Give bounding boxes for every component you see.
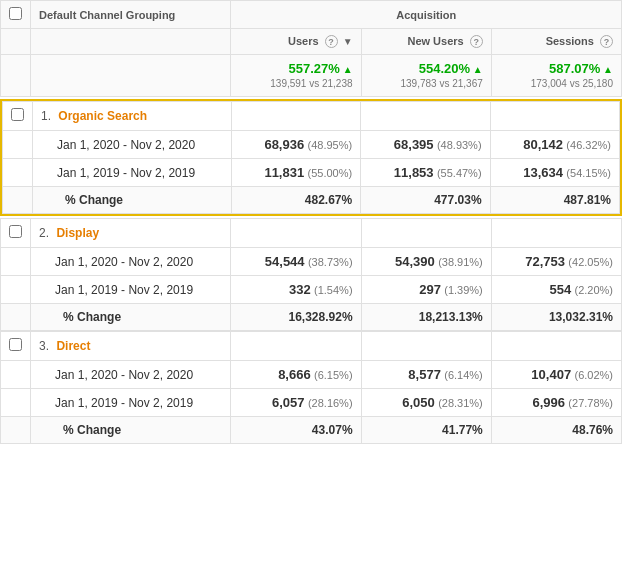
direct-date2-label: Jan 1, 2019 - Nov 2, 2019 [31,389,231,417]
direct-checkbox[interactable] [1,332,31,361]
sessions-header[interactable]: Sessions ? [491,29,621,55]
direct-group: 3. Direct Jan 1, 2020 - Nov 2, 2020 8,66… [0,331,622,444]
summary-new-users-pct: 554.20% [419,61,483,76]
organic-date1-checkbox [3,131,33,159]
select-all-checkbox[interactable] [1,1,31,29]
organic-link[interactable]: Organic Search [58,109,147,123]
display-pct-checkbox [1,304,31,331]
direct-users2-pct: (28.16%) [308,397,353,409]
display-date2-text: Jan 1, 2019 - Nov 2, 2019 [55,283,193,297]
display-checkbox[interactable] [1,219,31,248]
direct-pct-change-row: % Change 43.07% 41.77% 48.76% [1,417,622,444]
direct-new-users2-pct: (28.31%) [438,397,483,409]
direct-pct-sessions: 48.76% [491,417,621,444]
direct-date1-row: Jan 1, 2020 - Nov 2, 2020 8,666 (6.15%) … [1,361,622,389]
direct-new-users1-val: 8,577 [408,367,441,382]
direct-pct-change-label: % Change [39,423,121,437]
organic-sessions1-pct: (46.32%) [566,139,611,151]
organic-new-users1-val: 68,395 [394,137,434,152]
display-sessions2-val: 554 [549,282,571,297]
display-new-users-change: 18,213.13% [419,310,483,324]
direct-sessions2-pct: (27.78%) [568,397,613,409]
summary-channel-cell [31,55,231,97]
direct-users1-pct: (6.15%) [314,369,353,381]
channel-header-label: Default Channel Grouping [39,9,175,21]
organic-search-header-row: 1. Organic Search [3,102,620,131]
direct-pct-checkbox [1,417,31,444]
organic-search-group: 1. Organic Search Jan 1, 2020 - Nov 2, 2… [0,99,622,216]
organic-date1-row: Jan 1, 2020 - Nov 2, 2020 68,936 (48.95%… [3,131,620,159]
organic-users-change: 482.67% [305,193,352,207]
display-date1-checkbox [1,248,31,276]
organic-pct-change-label: % Change [41,193,123,207]
summary-sessions-sub: 173,004 vs 25,180 [531,78,613,89]
users-header[interactable]: Users ? ▼ [231,29,361,55]
new-users-help-icon[interactable]: ? [470,35,483,48]
display-new-users1-pct: (38.91%) [438,256,483,268]
organic-header-users [231,102,360,131]
direct-date2-row: Jan 1, 2019 - Nov 2, 2019 6,057 (28.16%)… [1,389,622,417]
organic-date2-sessions: 13,634 (54.15%) [490,159,619,187]
summary-new-users-sub: 139,783 vs 21,367 [400,78,482,89]
display-date2-new-users: 297 (1.39%) [361,276,491,304]
direct-date2-checkbox [1,389,31,417]
direct-date2-sessions: 6,996 (27.78%) [491,389,621,417]
organic-sessions2-pct: (54.15%) [566,167,611,179]
organic-pct-sessions: 487.81% [490,187,619,214]
channel-subheader [31,29,231,55]
display-date1-text: Jan 1, 2020 - Nov 2, 2020 [55,255,193,269]
display-channel-name: 2. Display [31,219,231,248]
sessions-help-icon[interactable]: ? [600,35,613,48]
organic-checkbox[interactable] [3,102,33,131]
display-users-change: 16,328.92% [289,310,353,324]
acquisition-header: Acquisition [231,1,622,29]
direct-new-users2-val: 6,050 [402,395,435,410]
display-new-users2-pct: (1.39%) [444,284,483,296]
direct-header-new-users [361,332,491,361]
organic-date1-new-users: 68,395 (48.93%) [361,131,490,159]
direct-sessions-change: 48.76% [572,423,613,437]
direct-date2-users: 6,057 (28.16%) [231,389,361,417]
display-users2-pct: (1.54%) [314,284,353,296]
organic-users1-val: 68,936 [264,137,304,152]
direct-date1-text: Jan 1, 2020 - Nov 2, 2020 [55,368,193,382]
display-new-users1-val: 54,390 [395,254,435,269]
direct-header-sessions [491,332,621,361]
organic-date2-text: Jan 1, 2019 - Nov 2, 2019 [57,166,195,180]
organic-new-users2-val: 11,853 [394,165,434,180]
display-link[interactable]: Display [56,226,99,240]
direct-sessions1-val: 10,407 [531,367,571,382]
direct-pct-users: 43.07% [231,417,361,444]
display-sessions-change: 13,032.31% [549,310,613,324]
summary-new-users: 554.20% 139,783 vs 21,367 [361,55,491,97]
organic-date2-users: 11,831 (55.00%) [231,159,360,187]
new-users-header[interactable]: New Users ? [361,29,491,55]
direct-users1-val: 8,666 [278,367,311,382]
direct-date2-text: Jan 1, 2019 - Nov 2, 2019 [55,396,193,410]
summary-checkbox-cell [1,55,31,97]
organic-pct-new-users: 477.03% [361,187,490,214]
direct-sessions2-val: 6,996 [532,395,565,410]
organic-users2-pct: (55.00%) [308,167,353,179]
direct-link[interactable]: Direct [56,339,90,353]
direct-users-change: 43.07% [312,423,353,437]
display-pct-change-label: % Change [39,310,121,324]
users-help-icon[interactable]: ? [325,35,338,48]
direct-users2-val: 6,057 [272,395,305,410]
direct-date1-label: Jan 1, 2020 - Nov 2, 2020 [31,361,231,389]
organic-header-sessions [490,102,619,131]
organic-pct-users: 482.67% [231,187,360,214]
display-pct-sessions: 13,032.31% [491,304,621,331]
users-sort-icon[interactable]: ▼ [343,36,353,47]
display-date2-users: 332 (1.54%) [231,276,361,304]
display-pct-users: 16,328.92% [231,304,361,331]
direct-header-users [231,332,361,361]
organic-date1-sessions: 80,142 (46.32%) [490,131,619,159]
users-label: Users [288,35,319,47]
organic-new-users-change: 477.03% [434,193,481,207]
display-header-sessions [491,219,621,248]
organic-pct-checkbox [3,187,33,214]
organic-sessions1-val: 80,142 [523,137,563,152]
display-sessions1-val: 72,753 [525,254,565,269]
display-date1-label: Jan 1, 2020 - Nov 2, 2020 [31,248,231,276]
